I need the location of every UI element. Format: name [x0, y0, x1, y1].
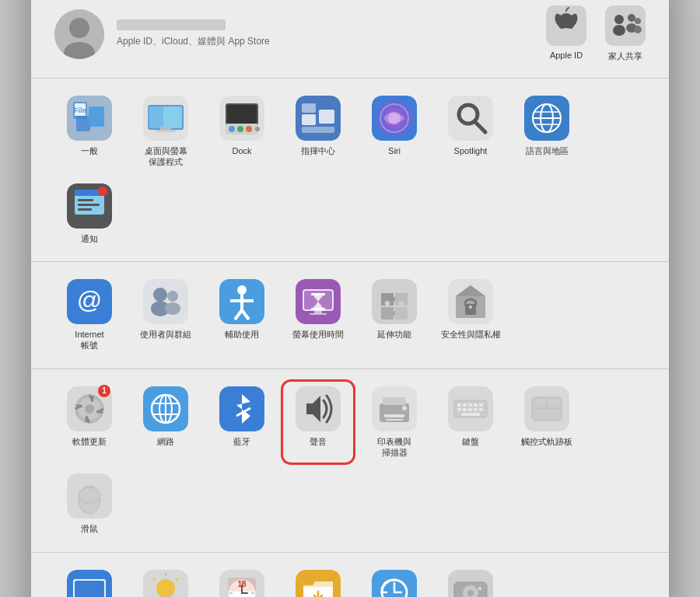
svg-point-5: [614, 15, 624, 24]
svg-rect-15: [76, 116, 90, 131]
network-item[interactable]: 網路: [131, 382, 201, 463]
svg-rect-32: [302, 114, 316, 125]
extensions-label: 延伸功能: [377, 329, 411, 340]
mission-control-label: 指揮中心: [301, 145, 335, 156]
svg-rect-4: [605, 5, 646, 46]
bluetooth-item[interactable]: 藍牙: [207, 382, 277, 463]
svg-rect-51: [78, 199, 93, 201]
extensions-item[interactable]: 延伸功能: [359, 274, 429, 356]
profile-name-bar: [117, 19, 226, 30]
svg-point-78: [469, 305, 472, 309]
trackpad-item[interactable]: 觸控式軌跡板: [512, 382, 582, 463]
security-privacy-icon: [448, 279, 493, 324]
bluetooth-label: 藍牙: [233, 436, 250, 447]
section-accounts: @ Internet帳號: [31, 262, 669, 369]
software-update-item[interactable]: 1 軟體更新: [54, 382, 124, 463]
family-sharing-button[interactable]: 家人共享: [605, 5, 646, 62]
svg-rect-21: [160, 127, 171, 130]
siri-item[interactable]: Siri: [359, 91, 429, 173]
time-machine-icon: [372, 570, 417, 597]
svg-point-63: [237, 285, 247, 295]
dock-label: Dock: [232, 145, 251, 156]
system-preferences-window: ‹ › 系統偏好設定 🔍: [31, 0, 669, 597]
sharing-item[interactable]: 共享: [283, 565, 353, 597]
profile-info: Apple ID、iCloud、媒體與 App Store: [117, 19, 546, 48]
svg-rect-73: [311, 308, 325, 310]
notifications-icon: [67, 183, 112, 229]
mission-control-item[interactable]: 指揮中心: [283, 91, 353, 173]
general-icon: File: [67, 96, 112, 141]
svg-rect-121: [75, 581, 104, 597]
date-time-icon: 18: [219, 570, 264, 597]
internet-accounts-item[interactable]: @ Internet帳號: [54, 274, 124, 356]
svg-point-9: [635, 18, 641, 24]
siri-label: Siri: [388, 145, 401, 156]
mouse-icon: [67, 473, 112, 518]
energy-saver-icon: [143, 570, 188, 597]
svg-point-58: [153, 288, 167, 302]
svg-point-125: [156, 579, 175, 597]
svg-point-97: [402, 406, 407, 410]
svg-rect-105: [457, 408, 461, 411]
svg-point-10: [634, 26, 642, 33]
svg-rect-72: [311, 293, 325, 295]
svg-point-82: [85, 404, 94, 414]
mouse-item[interactable]: 滑鼠: [54, 469, 124, 539]
network-icon: [143, 386, 188, 431]
svg-rect-70: [314, 310, 322, 313]
svg-rect-33: [319, 110, 334, 124]
mission-control-icon: [296, 96, 341, 141]
svg-point-151: [478, 587, 481, 590]
svg-rect-96: [386, 419, 403, 421]
printers-scanners-item[interactable]: 印表機與掃描器: [359, 382, 429, 463]
screen-time-icon: [296, 279, 341, 324]
printers-scanners-label: 印表機與掃描器: [377, 436, 411, 459]
language-region-item[interactable]: 語言與地區: [512, 91, 582, 173]
internet-accounts-icon: @: [67, 279, 112, 324]
energy-saver-item[interactable]: 能源節約器: [131, 565, 201, 597]
svg-point-61: [165, 302, 180, 315]
users-groups-label: 使用者與群組: [140, 329, 191, 340]
startup-disk-item[interactable]: 啟動磁碟: [436, 565, 506, 597]
users-groups-item[interactable]: 使用者與群組: [131, 274, 201, 356]
spotlight-icon: [448, 96, 493, 141]
extensions-icon: [372, 279, 417, 324]
svg-rect-108: [474, 408, 478, 411]
svg-point-27: [229, 126, 235, 132]
bluetooth-icon: [219, 386, 264, 431]
keyboard-icon: [448, 386, 493, 431]
security-privacy-item[interactable]: 安全性與隱私權: [436, 274, 506, 356]
notifications-item[interactable]: 通知: [54, 179, 124, 249]
icon-grid-3: 1 軟體更新: [54, 382, 646, 539]
content-area: Apple ID、iCloud、媒體與 App Store: [31, 0, 669, 597]
keyboard-item[interactable]: 鍵盤: [436, 382, 506, 463]
spotlight-item[interactable]: Spotlight: [436, 91, 506, 173]
svg-text:@: @: [77, 286, 102, 314]
desktop-screensaver-item[interactable]: 桌面與螢幕保護程式: [131, 91, 201, 173]
svg-rect-25: [227, 105, 257, 124]
svg-rect-101: [463, 403, 467, 407]
badge: 1: [98, 385, 110, 397]
desktop-screensaver-icon: [143, 96, 188, 141]
svg-rect-109: [479, 408, 483, 411]
apple-id-button[interactable]: Apple ID: [546, 5, 586, 62]
family-sharing-label: 家人共享: [608, 51, 642, 62]
screen-time-item[interactable]: 螢幕使用時間: [283, 274, 353, 356]
users-groups-icon: [143, 279, 188, 324]
svg-point-1: [69, 18, 89, 38]
family-sharing-icon: [605, 5, 646, 46]
avatar[interactable]: [54, 9, 104, 59]
svg-point-30: [255, 127, 260, 131]
svg-point-118: [79, 487, 100, 503]
svg-point-29: [246, 126, 252, 132]
time-machine-item[interactable]: 時光機: [359, 565, 429, 597]
dock-item[interactable]: Dock: [207, 91, 277, 173]
general-item[interactable]: File 一般: [54, 91, 124, 173]
accessibility-item[interactable]: 輔助使用: [207, 274, 277, 356]
displays-item[interactable]: 顯示器: [54, 565, 124, 597]
svg-point-38: [388, 112, 401, 124]
date-time-item[interactable]: 18 日期與時間: [207, 565, 277, 597]
svg-point-54: [98, 187, 107, 196]
sound-item[interactable]: 聲音: [283, 382, 353, 463]
icon-grid-2: @ Internet帳號: [54, 274, 646, 356]
